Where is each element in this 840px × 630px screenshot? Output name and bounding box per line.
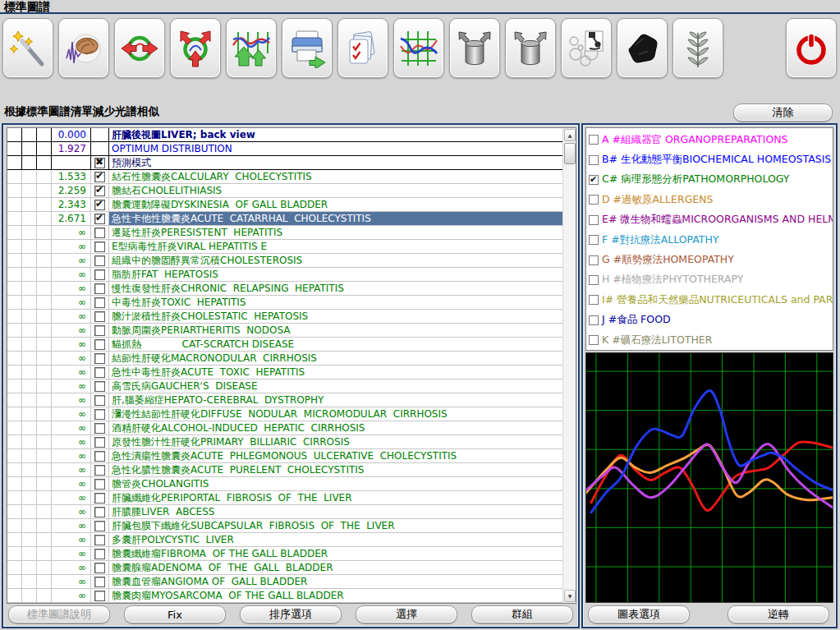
invert-button[interactable]: 逆轉 <box>728 605 829 623</box>
table-row[interactable]: ∞急性潰瘍性膽囊炎ACUTE PHLEGMONOUS ULCERATIVE CH… <box>7 449 562 463</box>
table-row[interactable]: ∞肝臟纖維化PERIPORTAL FIBROSIS OF THE LIVER <box>7 491 562 505</box>
group-button[interactable]: 群組 <box>471 605 573 623</box>
table-row[interactable]: ∞高雪氏病GAUCHER'S DISEASE <box>7 379 562 393</box>
compare-multi-button[interactable] <box>170 18 221 78</box>
container-unload-button[interactable] <box>505 18 556 78</box>
row-checkbox[interactable] <box>94 437 105 448</box>
row-checkbox[interactable] <box>94 395 105 406</box>
scroll-up-button[interactable]: ▲ <box>564 129 576 141</box>
print-button[interactable] <box>282 18 333 78</box>
power-button[interactable] <box>786 18 837 78</box>
table-row[interactable]: ∞酒精肝硬化ALCOHOL-INDUCED HEPATIC CIRRHOSIS <box>7 421 562 435</box>
row-checkbox[interactable] <box>94 423 105 434</box>
row-checkbox[interactable] <box>94 269 105 280</box>
category-item[interactable]: A #組織器官 ORGANOPREPARATIONS <box>589 130 833 149</box>
table-row[interactable]: ∞急性化膿性膽囊炎ACUTE PURELENT CHOLECYSTITIS <box>7 463 562 477</box>
category-item[interactable]: I# 營養品和天然藥品NUTRICEUTICALS and PAR <box>589 290 833 310</box>
table-row[interactable]: 0.000肝臟後視圖LIVER; back view <box>7 128 562 142</box>
table-row[interactable]: ∞多囊肝POLYCYSTIC LIVER <box>7 533 562 547</box>
category-checkbox[interactable]: ✔ <box>589 175 599 185</box>
fix-button[interactable]: Fix <box>124 605 226 623</box>
table-row[interactable]: 2.343✔膽囊運動障礙DYSKINESIA OF GALL BLADDER <box>7 198 562 212</box>
sort-options-button[interactable]: 排序選項 <box>240 605 342 623</box>
category-item[interactable]: J #食品 FOOD <box>589 310 833 330</box>
clear-button[interactable]: 清除 <box>733 103 833 122</box>
table-row[interactable]: ∞脂肪肝FAT HEPATOSIS <box>7 268 562 282</box>
table-row[interactable]: 1.533✔結石性膽囊炎CALCULARY CHOLECYSTITIS <box>7 170 562 184</box>
category-item[interactable]: H #植物療法PHYTOTHERAPY <box>589 270 833 290</box>
category-checkbox[interactable] <box>589 335 599 345</box>
table-row[interactable]: ∞結節性肝硬化MACRONODULAR CIRRHOSIS <box>7 352 562 366</box>
table-row[interactable]: ∞遷延性肝炎PERESISTENT HEPATITIS <box>7 226 562 240</box>
report-list-button[interactable] <box>337 18 388 78</box>
table-row[interactable]: ∞膽囊肉瘤MYOSARCOMA OF THE GALL BLADDER <box>7 589 562 603</box>
table-row[interactable]: 2.671✔急性卡他性膽囊炎ACUTE CATARRHAL CHOLECYSTI… <box>7 212 562 226</box>
table-row[interactable]: ∞慢性復發性肝炎CHRONIC RELAPSING HEPATITIS <box>7 282 562 296</box>
table-row[interactable]: 1.927OPTIMUM DISTRIBUTION <box>7 142 562 156</box>
row-checkbox[interactable] <box>94 311 105 322</box>
row-checkbox[interactable] <box>94 563 105 573</box>
table-row[interactable]: ∞急性中毒性肝炎ACUTE TOXIC HEPATITIS <box>7 366 562 379</box>
row-checkbox[interactable] <box>94 577 105 587</box>
row-checkbox[interactable] <box>94 297 105 308</box>
table-row[interactable]: 2.259✔膽結石CHOLELITHIASIS <box>7 184 562 198</box>
table-row[interactable]: ∞膽囊腺瘤ADENOMA OF THE GALL BLADDER <box>7 561 562 575</box>
row-checkbox[interactable] <box>94 339 105 350</box>
row-checkbox[interactable] <box>94 591 105 601</box>
category-checkbox[interactable] <box>589 215 599 225</box>
category-checkbox[interactable] <box>589 295 599 305</box>
microscope-analysis-button[interactable] <box>561 18 612 78</box>
table-row[interactable]: ∞瀰漫性結節性肝硬化DIFFUSE NODULAR MICROMODULAR C… <box>7 407 562 421</box>
row-checkbox[interactable]: ✔ <box>94 200 105 210</box>
category-item[interactable]: F #對抗療法ALLOPATHY <box>589 230 833 250</box>
table-row[interactable]: ∞原發性膽汁性肝硬化PRIMARY BILLIARIC CIRROSIS <box>7 435 562 449</box>
row-checkbox[interactable] <box>94 479 105 490</box>
row-checkbox[interactable] <box>94 381 105 392</box>
row-checkbox[interactable] <box>94 283 105 294</box>
row-checkbox[interactable] <box>94 367 105 378</box>
category-checkbox[interactable] <box>589 255 599 265</box>
row-checkbox[interactable]: ✖ <box>94 158 105 168</box>
magic-wand-button[interactable] <box>2 18 53 78</box>
row-checkbox[interactable] <box>94 241 105 252</box>
phyto-plant-button[interactable] <box>672 18 723 78</box>
row-checkbox[interactable] <box>94 535 105 545</box>
table-scrollbar[interactable]: ▲ ▼ <box>562 128 576 603</box>
spectrum-increase-button[interactable] <box>226 18 277 78</box>
table-row[interactable]: ∞肝,腦萎縮症HEPATO-CEREBRAL DYSTROPHY <box>7 393 562 407</box>
table-row[interactable]: ∞貓抓熱 CAT-SCRATCH DISEASE <box>7 338 562 352</box>
table-row[interactable]: ∞膽管炎CHOLANGITIS <box>7 477 562 491</box>
spectrum-chart-button[interactable] <box>393 18 444 78</box>
category-item[interactable]: G #順勢療法HOMEOPATHY <box>589 250 833 269</box>
row-checkbox[interactable]: ✔ <box>94 214 105 224</box>
row-checkbox[interactable] <box>94 228 105 238</box>
compare-horizontal-button[interactable] <box>114 18 165 78</box>
table-row[interactable]: ∞膽囊血管瘤ANGIOMA OF GALL BLADDER <box>7 575 562 589</box>
row-checkbox[interactable] <box>94 549 105 559</box>
category-item[interactable]: K #礦石療法LITOTHER <box>589 330 833 350</box>
brain-analysis-button[interactable] <box>58 18 109 78</box>
container-load-button[interactable] <box>449 18 500 78</box>
category-checkbox[interactable] <box>589 195 599 205</box>
table-row[interactable]: ∞中毒性肝炎TOXIC HEPATITIS <box>7 296 562 310</box>
row-checkbox[interactable] <box>94 325 105 336</box>
table-row[interactable]: ∞動脈周圍炎PERIARTHERITIS NODOSA <box>7 324 562 338</box>
row-checkbox[interactable] <box>94 451 105 462</box>
category-checkbox[interactable] <box>589 235 599 245</box>
category-checkbox[interactable] <box>589 315 599 325</box>
stone-button[interactable] <box>617 18 668 78</box>
category-checkbox[interactable] <box>589 155 599 165</box>
row-checkbox[interactable] <box>94 409 105 420</box>
category-item[interactable]: D #過敏原ALLERGENS <box>589 190 833 209</box>
table-row[interactable]: ∞E型病毒性肝炎VIRAL HEPATITIS E <box>7 240 562 254</box>
table-row[interactable]: ∞膽囊纖維瘤FIBROMA OF THE GALL BLADDER <box>7 547 562 561</box>
table-row[interactable]: ∞肝臟包膜下纖維化SUBCAPSULAR FIBROSIS OF THE LIV… <box>7 519 562 533</box>
standard-spectrum-info-button[interactable]: 標準圖譜說明 <box>8 605 110 623</box>
table-row[interactable]: ∞肝膿腫LIVER ABCESS <box>7 505 562 519</box>
row-checkbox[interactable] <box>94 353 105 364</box>
row-checkbox[interactable] <box>94 493 105 504</box>
table-row[interactable]: ✖預測模式 <box>7 156 562 170</box>
category-item[interactable]: B# 生化動態平衡BIOCHEMICAL HOMEOSTASIS <box>589 149 833 169</box>
row-checkbox[interactable] <box>94 255 105 266</box>
chart-options-button[interactable]: 圖表選項 <box>588 605 690 623</box>
